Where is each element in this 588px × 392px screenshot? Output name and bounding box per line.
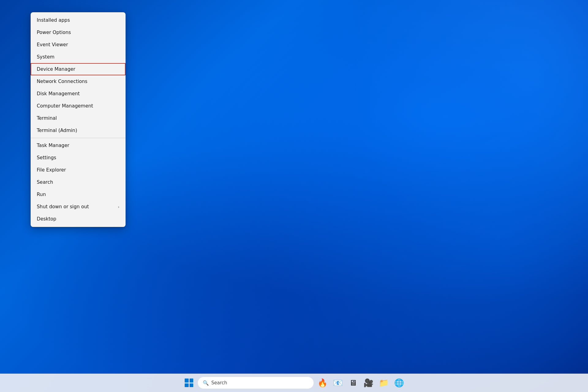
menu-item-terminal[interactable]: Terminal bbox=[31, 112, 126, 124]
menu-item-settings[interactable]: Settings bbox=[31, 152, 126, 164]
menu-item-task-manager[interactable]: Task Manager bbox=[31, 139, 126, 152]
menu-item-power-options[interactable]: Power Options bbox=[31, 26, 126, 39]
menu-item-terminal-admin[interactable]: Terminal (Admin) bbox=[31, 124, 126, 137]
taskbar-search-label: Search bbox=[211, 380, 227, 386]
menu-item-shut-down[interactable]: Shut down or sign out › bbox=[31, 201, 126, 213]
menu-divider-1 bbox=[31, 138, 126, 138]
menu-item-search[interactable]: Search bbox=[31, 176, 126, 188]
menu-item-file-explorer[interactable]: File Explorer bbox=[31, 164, 126, 176]
taskbar-icon-chrome[interactable]: 🌐 bbox=[392, 376, 406, 390]
menu-item-run[interactable]: Run bbox=[31, 188, 126, 201]
taskbar-search-bar[interactable]: 🔍 Search bbox=[198, 377, 314, 389]
menu-item-desktop[interactable]: Desktop bbox=[31, 213, 126, 225]
taskbar-icon-store[interactable]: 🖥 bbox=[346, 376, 360, 390]
start-button[interactable] bbox=[182, 376, 196, 390]
menu-item-system[interactable]: System bbox=[31, 51, 126, 63]
menu-item-installed-apps[interactable]: Installed apps bbox=[31, 14, 126, 26]
search-icon: 🔍 bbox=[203, 380, 209, 386]
submenu-arrow-icon: › bbox=[118, 205, 119, 209]
taskbar-icon-mail[interactable]: 📧 bbox=[331, 376, 345, 390]
taskbar-icon-firefox[interactable]: 🔥 bbox=[316, 376, 329, 390]
taskbar-items: 🔍 Search 🔥 📧 🖥 🎥 📁 🌐 bbox=[182, 376, 406, 390]
windows-logo-icon bbox=[185, 379, 193, 387]
taskbar-icon-files[interactable]: 📁 bbox=[377, 376, 390, 390]
menu-item-computer-management[interactable]: Computer Management bbox=[31, 100, 126, 112]
menu-item-network-connections[interactable]: Network Connections bbox=[31, 75, 126, 88]
context-menu: Installed apps Power Options Event Viewe… bbox=[31, 12, 126, 227]
menu-item-event-viewer[interactable]: Event Viewer bbox=[31, 39, 126, 51]
taskbar-icon-camera[interactable]: 🎥 bbox=[362, 376, 375, 390]
taskbar: 🔍 Search 🔥 📧 🖥 🎥 📁 🌐 bbox=[0, 374, 588, 392]
menu-item-disk-management[interactable]: Disk Management bbox=[31, 88, 126, 100]
menu-item-device-manager[interactable]: Device Manager bbox=[31, 63, 126, 75]
